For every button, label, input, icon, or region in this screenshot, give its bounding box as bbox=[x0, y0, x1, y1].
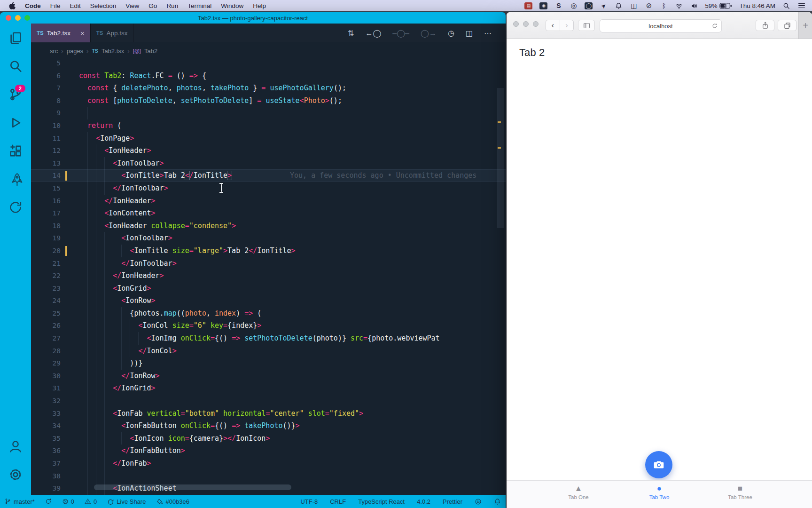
code-line[interactable]: 10 return ( bbox=[31, 119, 506, 132]
code-line[interactable]: 38 bbox=[31, 470, 506, 483]
sidebar-button[interactable] bbox=[578, 20, 595, 31]
code-line[interactable]: 31 </IonGrid> bbox=[31, 382, 506, 395]
breadcrumb-item-tab2-tsx[interactable]: Tab2.tsx bbox=[102, 48, 124, 55]
columns-icon[interactable]: ◫ bbox=[630, 2, 638, 10]
menu-item-terminal[interactable]: Terminal bbox=[183, 2, 216, 9]
vscode-title-bar[interactable]: Tab2.tsx — photo-gallery-capacitor-react bbox=[0, 12, 506, 24]
film-icon[interactable]: ▤ bbox=[524, 2, 532, 10]
menu-item-window[interactable]: Window bbox=[216, 2, 248, 9]
code-line[interactable]: 23 <IonGrid> bbox=[31, 282, 506, 295]
status-utf-8[interactable]: UTF-8 bbox=[300, 498, 318, 505]
sidebar-item-run-debug[interactable] bbox=[8, 115, 23, 131]
status-4-0-2[interactable]: 4.0.2 bbox=[417, 498, 430, 505]
do-not-disturb-icon[interactable]: ⊘ bbox=[645, 2, 653, 10]
take-photo-fab-button[interactable] bbox=[645, 451, 672, 478]
status-typescript-react[interactable]: TypeScript React bbox=[358, 498, 405, 505]
code-line[interactable]: 37 </IonFab> bbox=[31, 457, 506, 470]
breadcrumb-item-src[interactable]: src bbox=[50, 48, 58, 55]
open-changes-icon[interactable]: ⇅ bbox=[348, 29, 354, 38]
close-tab-icon[interactable]: × bbox=[80, 29, 85, 37]
menu-list-icon[interactable] bbox=[797, 2, 805, 10]
status-sync-icon[interactable] bbox=[45, 498, 52, 505]
tab-app-tsx[interactable]: TSApp.tsx bbox=[91, 24, 134, 42]
more-actions-icon[interactable]: ⋯ bbox=[484, 29, 492, 38]
status-0[interactable]: 0 bbox=[62, 498, 74, 505]
window-controls[interactable] bbox=[6, 15, 30, 21]
code-line[interactable]: 32 bbox=[31, 395, 506, 407]
timeline-icon[interactable]: ◷ bbox=[448, 29, 454, 38]
code-line[interactable]: 17 <IonContent> bbox=[31, 207, 506, 220]
code-line[interactable]: 35 <IonIcon icon={camera}></IonIcon> bbox=[31, 432, 506, 445]
sidebar-item-source-control[interactable]: 2 bbox=[8, 87, 23, 103]
sidebar-item-live-share[interactable] bbox=[8, 199, 23, 215]
sidebar-item-extensions[interactable] bbox=[8, 143, 23, 159]
target-icon[interactable]: ◎ bbox=[570, 2, 578, 10]
bell-icon[interactable] bbox=[615, 2, 623, 10]
code-line[interactable]: 12 <IonHeader> bbox=[31, 144, 506, 157]
split-editor-icon[interactable]: ◫ bbox=[466, 29, 473, 38]
search-icon[interactable] bbox=[782, 2, 790, 10]
code-line[interactable]: 8 const [photoToDelete, setPhotoToDelete… bbox=[31, 95, 506, 107]
menu-item-file[interactable]: File bbox=[46, 2, 65, 9]
code-line[interactable]: 20 <IonTitle size="large">Tab 2</IonTitl… bbox=[31, 245, 506, 257]
code-line[interactable]: 29 ))} bbox=[31, 357, 506, 370]
code-line[interactable]: 21 </IonToolbar> bbox=[31, 257, 506, 270]
code-line[interactable]: 5 bbox=[31, 59, 506, 70]
forward-button[interactable]: › bbox=[560, 20, 574, 31]
volume-icon[interactable] bbox=[690, 2, 698, 10]
close-window-button[interactable] bbox=[6, 15, 11, 21]
sidebar-item-account[interactable] bbox=[8, 438, 23, 454]
tab-tab-one[interactable]: ▲Tab One bbox=[538, 481, 619, 500]
screen-record-icon[interactable]: ◯ bbox=[585, 2, 593, 10]
maximize-window-button[interactable] bbox=[533, 21, 539, 27]
tab-tab-two[interactable]: ●Tab Two bbox=[619, 481, 700, 500]
bluetooth-icon[interactable]: ᛒ bbox=[660, 2, 668, 10]
code-line[interactable]: 15 </IonToolbar> bbox=[31, 182, 506, 195]
gutter-indicator-icon[interactable]: –◯– bbox=[392, 29, 409, 38]
menu-item-run[interactable]: Run bbox=[162, 2, 183, 9]
menu-item-view[interactable]: View bbox=[121, 2, 144, 9]
previous-change-icon[interactable]: ←◯ bbox=[365, 29, 381, 38]
code-line[interactable]: 14 <IonTitle>Tab 2</IonTitle>You, a few … bbox=[31, 169, 506, 182]
notifications-bell-icon[interactable] bbox=[494, 498, 501, 505]
code-line[interactable]: 9 bbox=[31, 107, 506, 119]
battery-indicator[interactable]: 59% bbox=[705, 2, 732, 9]
code-line[interactable]: 28 </IonCol> bbox=[31, 345, 506, 357]
code-line[interactable]: 26 <IonCol size="6" key={index}> bbox=[31, 319, 506, 332]
apple-icon[interactable] bbox=[8, 2, 16, 10]
status--00b3e6[interactable]: #00b3e6 bbox=[156, 498, 189, 505]
code-line[interactable]: 33 <IonFab vertical="bottom" horizontal=… bbox=[31, 407, 506, 420]
tab-overview-button[interactable] bbox=[778, 20, 796, 31]
code-line[interactable]: 13 <IonToolbar> bbox=[31, 157, 506, 170]
s-logo-icon[interactable]: S bbox=[554, 2, 562, 10]
tab-tab-three[interactable]: ■Tab Three bbox=[700, 481, 781, 500]
next-change-icon[interactable]: ◯→ bbox=[421, 29, 437, 38]
video-icon[interactable]: ◉ bbox=[539, 2, 547, 10]
reload-icon[interactable] bbox=[711, 23, 718, 29]
code-editor[interactable]: 56const Tab2: React.FC = () => {7 const … bbox=[31, 59, 506, 495]
feedback-icon[interactable] bbox=[475, 498, 482, 505]
wifi-icon[interactable] bbox=[675, 2, 683, 10]
address-bar[interactable]: localhost bbox=[600, 19, 722, 32]
menu-item-go[interactable]: Go bbox=[144, 2, 162, 9]
tab-tab2-tsx[interactable]: TSTab2.tsx× bbox=[31, 24, 91, 42]
code-line[interactable]: 11 <IonPage> bbox=[31, 132, 506, 145]
code-line[interactable]: 24 <IonRow> bbox=[31, 294, 506, 307]
code-line[interactable]: 25 {photos.map((photo, index) => ( bbox=[31, 307, 506, 320]
code-line[interactable]: 36 </IonFabButton> bbox=[31, 444, 506, 457]
status-master-[interactable]: master* bbox=[5, 498, 35, 505]
back-button[interactable]: ‹ bbox=[546, 20, 560, 31]
code-line[interactable]: 19 <IonToolbar> bbox=[31, 232, 506, 245]
new-tab-button[interactable]: + bbox=[798, 12, 812, 39]
menu-item-selection[interactable]: Selection bbox=[86, 2, 121, 9]
sidebar-item-rocket[interactable] bbox=[8, 171, 23, 187]
close-window-button[interactable] bbox=[513, 21, 519, 27]
menu-item-edit[interactable]: Edit bbox=[65, 2, 86, 9]
sidebar-item-settings[interactable] bbox=[8, 467, 23, 483]
menu-item-help[interactable]: Help bbox=[248, 2, 271, 9]
menu-bar-clock[interactable]: Thu 8:46 AM bbox=[739, 2, 775, 9]
breadcrumb-item-tab2[interactable]: Tab2 bbox=[144, 48, 157, 55]
code-line[interactable]: 7 const { deletePhoto, photos, takePhoto… bbox=[31, 82, 506, 95]
code-line[interactable]: 18 <IonHeader collapse="condense"> bbox=[31, 220, 506, 232]
rocket-icon[interactable]: ➤ bbox=[600, 2, 608, 10]
